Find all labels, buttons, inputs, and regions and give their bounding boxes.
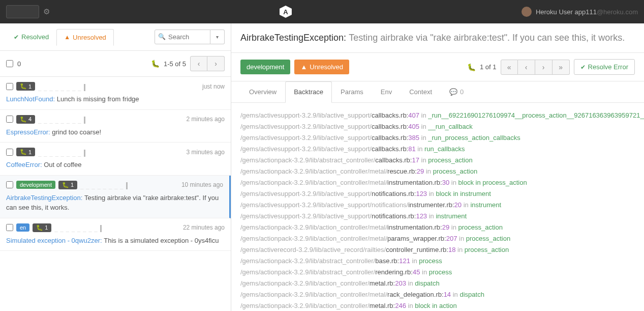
tab-unresolved-label: Unresolved xyxy=(73,34,106,41)
bug-icon: 🐛 xyxy=(20,149,27,155)
tab-comments[interactable]: 💬0 xyxy=(441,81,472,102)
bt-file: params_wrapper.rb: xyxy=(387,235,446,242)
tab-context[interactable]: Context xyxy=(401,81,441,102)
pager-label: 1-5 of 5 xyxy=(164,60,186,68)
bt-lineno: 81 xyxy=(408,145,415,153)
error-title: LunchNotFound: Lunch is missing from fri… xyxy=(6,94,225,104)
bt-path: /gems/activesupport-3.2.9/lib/active_sup… xyxy=(240,212,372,220)
time-ago: just now xyxy=(202,83,225,90)
sparkline: _ _ _ _ _ _ _ _ xyxy=(54,225,101,230)
time-ago: 22 minutes ago xyxy=(183,224,225,231)
error-type-label: CoffeeError: xyxy=(6,161,44,168)
error-checkbox[interactable] xyxy=(6,116,13,123)
bt-file: callbacks.rb: xyxy=(372,111,408,119)
bt-path: /gems/activesupport-3.2.9/lib/active_sup… xyxy=(240,134,372,142)
gear-icon[interactable]: ⚙ xyxy=(43,7,50,16)
status-label: Unresolved xyxy=(310,63,343,71)
last-button[interactable]: » xyxy=(553,60,570,75)
bt-function: instrument xyxy=(436,212,467,220)
bt-function: block in process_action xyxy=(458,179,527,186)
tab-params[interactable]: Params xyxy=(332,81,372,102)
logo[interactable]: A xyxy=(280,6,292,18)
bt-path: /gems/actionpack-3.2.9/lib/action_contro… xyxy=(240,223,387,231)
bt-in: in xyxy=(419,156,428,164)
bt-path: /gems/actionpack-3.2.9/lib/action_contro… xyxy=(240,179,387,186)
bt-path: /gems/activerecord-3.2.9/lib/active_reco… xyxy=(240,246,386,253)
warning-icon: ▲ xyxy=(64,34,70,41)
bt-path: /gems/actionpack-3.2.9/lib/abstract_cont… xyxy=(240,257,375,265)
detail-header: AirbrakeTestingException: Testing airbra… xyxy=(231,23,644,53)
bt-lineno: 203 xyxy=(395,279,406,287)
error-item[interactable]: development🐛 1 _ _ _ _ _ _ _ _ 10 minute… xyxy=(0,176,231,218)
error-item[interactable]: 🐛 1 _ _ _ _ _ _ _ _ just nowLunchNotFoun… xyxy=(0,77,231,110)
error-checkbox[interactable] xyxy=(6,181,13,188)
tab-resolved-label: Resolved xyxy=(21,33,49,41)
bt-file: instrumentation.rb: xyxy=(387,223,442,231)
bt-path: /gems/activesupport-3.2.9/lib/active_sup… xyxy=(240,190,372,197)
bt-file: notifications.rb: xyxy=(372,212,416,220)
bt-file: callbacks.rb: xyxy=(375,156,412,164)
user-menu[interactable]: Heroku User app111@heroku.com xyxy=(522,7,638,17)
bt-file: rack_delegation.rb: xyxy=(387,291,444,298)
error-item[interactable]: 🐛 1 _ _ _ _ _ _ _ _ 3 minutes agoCoffeeE… xyxy=(0,143,231,176)
badge: en xyxy=(16,223,29,232)
next-button[interactable]: › xyxy=(535,60,553,75)
tab-unresolved[interactable]: ▲Unresolved xyxy=(56,29,114,46)
bt-lineno: 407 xyxy=(408,111,419,119)
bug-icon: 🐛 xyxy=(151,60,160,68)
backtrace-line: /gems/actionpack-3.2.9/lib/abstract_cont… xyxy=(240,155,635,166)
bt-lineno: 207 xyxy=(446,235,457,242)
select-all-checkbox[interactable] xyxy=(6,60,13,67)
bt-lineno: 30 xyxy=(442,179,449,186)
backtrace-line: /gems/activesupport-3.2.9/lib/active_sup… xyxy=(240,121,635,132)
bt-path: /gems/actionpack-3.2.9/lib/abstract_cont… xyxy=(240,268,375,276)
env-badge[interactable]: development xyxy=(240,60,290,74)
backtrace-line: /gems/activesupport-3.2.9/lib/active_sup… xyxy=(240,110,635,121)
tab-env[interactable]: Env xyxy=(372,81,401,102)
backtrace-line: /gems/actionpack-3.2.9/lib/action_contro… xyxy=(240,300,635,311)
badge: 🐛 1 xyxy=(33,223,51,232)
backtrace-line: /gems/actionpack-3.2.9/lib/action_contro… xyxy=(240,222,635,233)
bt-lineno: 385 xyxy=(408,134,419,142)
bt-path: /gems/actionpack-3.2.9/lib/action_contro… xyxy=(240,235,387,242)
bt-file: base.rb: xyxy=(375,257,399,265)
bt-in: in xyxy=(406,279,415,287)
bt-file: instrumentation.rb: xyxy=(387,179,442,186)
sparkline: _ _ _ _ _ _ _ _ xyxy=(38,117,85,122)
bt-function: process xyxy=(419,257,442,265)
bt-in: in xyxy=(410,257,419,265)
error-message: grind too coarse! xyxy=(52,128,101,136)
tab-overview[interactable]: Overview xyxy=(240,81,285,102)
bug-icon: 🐛 xyxy=(62,182,69,188)
sparkline: _ _ _ _ _ _ _ _ xyxy=(38,150,85,155)
search-dropdown[interactable]: ▾ xyxy=(210,30,225,44)
bt-function: dispatch xyxy=(459,291,484,298)
bt-file: callbacks.rb: xyxy=(372,145,408,153)
error-checkbox[interactable] xyxy=(6,83,13,90)
next-page-button[interactable]: › xyxy=(207,56,225,71)
prev-button[interactable]: ‹ xyxy=(518,60,535,75)
tab-resolved[interactable]: ✔Resolved xyxy=(6,29,56,45)
bt-function: process_action xyxy=(433,167,477,175)
bt-lineno: 405 xyxy=(408,123,419,130)
status-badge[interactable]: ▲Unresolved xyxy=(294,60,349,74)
resolve-button[interactable]: ✔Resolve Error xyxy=(574,59,635,75)
error-item[interactable]: en🐛 1 _ _ _ _ _ _ _ _ 22 minutes agoSimu… xyxy=(0,218,231,251)
tab-backtrace[interactable]: Backtrace xyxy=(285,81,332,103)
bt-function: dispatch xyxy=(415,279,439,287)
bt-lineno: 246 xyxy=(395,302,406,309)
error-item[interactable]: 🐛 4 _ _ _ _ _ _ _ _ 2 minutes agoEspress… xyxy=(0,110,231,143)
bug-icon: 🐛 xyxy=(36,224,43,231)
error-checkbox[interactable] xyxy=(6,224,13,231)
sparkline: _ _ _ _ _ _ _ _ xyxy=(80,182,127,187)
first-button[interactable]: « xyxy=(501,60,518,75)
prev-page-button[interactable]: ‹ xyxy=(190,56,207,71)
app-selector[interactable] xyxy=(6,5,39,18)
error-type-label: EspressoError: xyxy=(6,128,52,136)
exception-message: Testing airbrake via "rake airbrake:test… xyxy=(349,33,625,43)
error-checkbox[interactable] xyxy=(6,149,13,156)
bt-file: controller_runtime.rb: xyxy=(386,246,448,253)
bt-file: instrumenter.rb: xyxy=(408,201,454,209)
bt-path: /gems/actionpack-3.2.9/lib/action_contro… xyxy=(240,291,387,298)
bt-in: in xyxy=(449,223,458,231)
